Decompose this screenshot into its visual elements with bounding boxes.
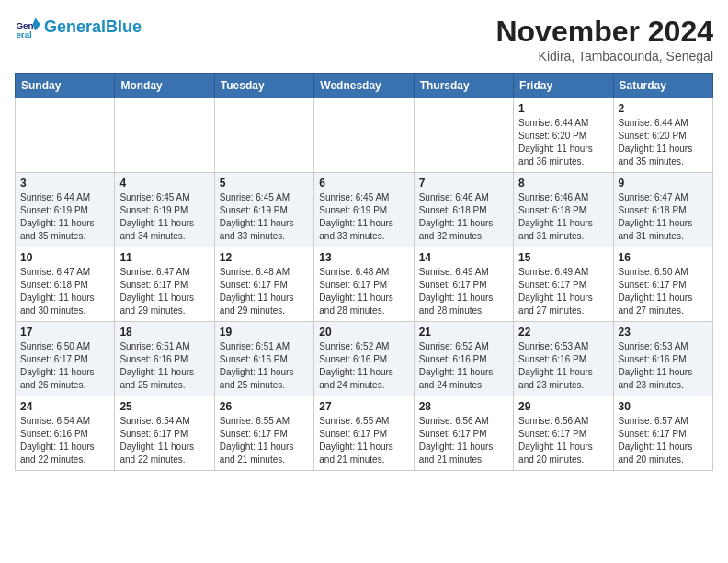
day-info: Sunrise: 6:51 AM Sunset: 6:16 PM Dayligh… [220,340,309,392]
calendar-week-0: 1Sunrise: 6:44 AM Sunset: 6:20 PM Daylig… [16,98,713,173]
day-number: 29 [518,400,608,413]
day-info: Sunrise: 6:57 AM Sunset: 6:17 PM Dayligh… [619,415,708,466]
day-number: 20 [319,326,408,339]
title-block: November 2024 Kidira, Tambacounda, Seneg… [495,15,713,63]
day-number: 22 [518,326,608,339]
day-info: Sunrise: 6:52 AM Sunset: 6:16 PM Dayligh… [419,340,508,392]
calendar-cell [115,98,214,173]
calendar-cell: 21Sunrise: 6:52 AM Sunset: 6:16 PM Dayli… [414,322,513,396]
calendar-cell: 1Sunrise: 6:44 AM Sunset: 6:20 PM Daylig… [514,98,613,173]
day-number: 2 [619,102,708,115]
day-number: 28 [419,400,508,413]
day-number: 18 [119,326,209,339]
calendar-body: 1Sunrise: 6:44 AM Sunset: 6:20 PM Daylig… [16,98,713,471]
day-number: 9 [619,177,708,190]
calendar-cell: 27Sunrise: 6:55 AM Sunset: 6:17 PM Dayli… [314,396,414,471]
logo-general: General [44,17,106,36]
day-number: 14 [419,251,508,264]
day-number: 8 [518,177,608,190]
day-info: Sunrise: 6:53 AM Sunset: 6:16 PM Dayligh… [619,340,708,392]
calendar-cell: 10Sunrise: 6:47 AM Sunset: 6:18 PM Dayli… [16,247,115,322]
calendar-cell: 20Sunrise: 6:52 AM Sunset: 6:16 PM Dayli… [314,322,414,396]
calendar-cell: 8Sunrise: 6:46 AM Sunset: 6:18 PM Daylig… [514,173,613,247]
calendar-cell: 13Sunrise: 6:48 AM Sunset: 6:17 PM Dayli… [314,247,414,322]
day-number: 11 [119,251,209,264]
calendar-week-3: 17Sunrise: 6:50 AM Sunset: 6:17 PM Dayli… [16,322,713,396]
day-info: Sunrise: 6:56 AM Sunset: 6:17 PM Dayligh… [419,415,508,466]
day-info: Sunrise: 6:49 AM Sunset: 6:17 PM Dayligh… [419,266,508,317]
day-info: Sunrise: 6:51 AM Sunset: 6:16 PM Dayligh… [119,340,209,392]
day-number: 1 [518,102,608,115]
day-info: Sunrise: 6:47 AM Sunset: 6:17 PM Dayligh… [119,266,209,317]
day-number: 30 [619,400,708,413]
calendar-cell: 25Sunrise: 6:54 AM Sunset: 6:17 PM Dayli… [115,396,214,471]
day-info: Sunrise: 6:44 AM Sunset: 6:19 PM Dayligh… [20,191,109,243]
weekday-header-monday: Monday [115,74,214,98]
day-info: Sunrise: 6:54 AM Sunset: 6:16 PM Dayligh… [20,415,109,466]
calendar-cell [16,98,115,173]
calendar-cell: 12Sunrise: 6:48 AM Sunset: 6:17 PM Dayli… [214,247,313,322]
calendar-cell [314,98,414,173]
calendar-cell: 4Sunrise: 6:45 AM Sunset: 6:19 PM Daylig… [115,173,214,247]
calendar-cell: 19Sunrise: 6:51 AM Sunset: 6:16 PM Dayli… [214,322,313,396]
calendar-cell: 9Sunrise: 6:47 AM Sunset: 6:18 PM Daylig… [613,173,712,247]
calendar-week-4: 24Sunrise: 6:54 AM Sunset: 6:16 PM Dayli… [16,396,713,471]
calendar-cell: 14Sunrise: 6:49 AM Sunset: 6:17 PM Dayli… [414,247,513,322]
day-number: 13 [319,251,408,264]
calendar-cell: 24Sunrise: 6:54 AM Sunset: 6:16 PM Dayli… [16,396,115,471]
calendar-week-2: 10Sunrise: 6:47 AM Sunset: 6:18 PM Dayli… [16,247,713,322]
logo-icon: Gen eral [15,15,40,40]
calendar-week-1: 3Sunrise: 6:44 AM Sunset: 6:19 PM Daylig… [16,173,713,247]
calendar-cell: 5Sunrise: 6:45 AM Sunset: 6:19 PM Daylig… [214,173,313,247]
calendar-cell: 23Sunrise: 6:53 AM Sunset: 6:16 PM Dayli… [613,322,712,396]
day-number: 23 [619,326,708,339]
day-info: Sunrise: 6:55 AM Sunset: 6:17 PM Dayligh… [220,415,309,466]
day-number: 19 [220,326,309,339]
calendar-cell: 3Sunrise: 6:44 AM Sunset: 6:19 PM Daylig… [16,173,115,247]
day-number: 24 [20,400,109,413]
logo: Gen eral GeneralBlue [15,15,142,40]
calendar-header: SundayMondayTuesdayWednesdayThursdayFrid… [16,74,713,98]
day-info: Sunrise: 6:56 AM Sunset: 6:17 PM Dayligh… [518,415,608,466]
day-info: Sunrise: 6:46 AM Sunset: 6:18 PM Dayligh… [419,191,508,243]
weekday-header-wednesday: Wednesday [314,74,414,98]
weekday-header-sunday: Sunday [16,74,115,98]
calendar-cell: 28Sunrise: 6:56 AM Sunset: 6:17 PM Dayli… [414,396,513,471]
day-number: 12 [220,251,309,264]
calendar-table: SundayMondayTuesdayWednesdayThursdayFrid… [15,73,713,471]
svg-text:eral: eral [16,29,32,40]
day-number: 5 [220,177,309,190]
day-info: Sunrise: 6:55 AM Sunset: 6:17 PM Dayligh… [319,415,408,466]
day-number: 7 [419,177,508,190]
day-info: Sunrise: 6:45 AM Sunset: 6:19 PM Dayligh… [119,191,209,243]
day-info: Sunrise: 6:48 AM Sunset: 6:17 PM Dayligh… [220,266,309,317]
day-info: Sunrise: 6:48 AM Sunset: 6:17 PM Dayligh… [319,266,408,317]
day-info: Sunrise: 6:45 AM Sunset: 6:19 PM Dayligh… [319,191,408,243]
day-info: Sunrise: 6:47 AM Sunset: 6:18 PM Dayligh… [20,266,109,317]
day-number: 16 [619,251,708,264]
weekday-header-tuesday: Tuesday [214,74,313,98]
calendar-cell [414,98,513,173]
day-number: 26 [220,400,309,413]
calendar-cell: 17Sunrise: 6:50 AM Sunset: 6:17 PM Dayli… [16,322,115,396]
day-info: Sunrise: 6:46 AM Sunset: 6:18 PM Dayligh… [518,191,608,243]
calendar-cell: 2Sunrise: 6:44 AM Sunset: 6:20 PM Daylig… [613,98,712,173]
day-info: Sunrise: 6:44 AM Sunset: 6:20 PM Dayligh… [518,117,608,168]
day-info: Sunrise: 6:45 AM Sunset: 6:19 PM Dayligh… [220,191,309,243]
calendar-cell: 30Sunrise: 6:57 AM Sunset: 6:17 PM Dayli… [613,396,712,471]
calendar-cell: 15Sunrise: 6:49 AM Sunset: 6:17 PM Dayli… [514,247,613,322]
logo-text-line1: GeneralBlue [44,18,142,37]
day-info: Sunrise: 6:44 AM Sunset: 6:20 PM Dayligh… [619,117,708,168]
day-number: 21 [419,326,508,339]
weekday-row: SundayMondayTuesdayWednesdayThursdayFrid… [16,74,713,98]
calendar-cell [214,98,313,173]
day-info: Sunrise: 6:53 AM Sunset: 6:16 PM Dayligh… [518,340,608,392]
page-header: Gen eral GeneralBlue November 2024 Kidir… [15,15,713,63]
weekday-header-saturday: Saturday [613,74,712,98]
day-info: Sunrise: 6:50 AM Sunset: 6:17 PM Dayligh… [20,340,109,392]
calendar-cell: 7Sunrise: 6:46 AM Sunset: 6:18 PM Daylig… [414,173,513,247]
calendar-cell: 26Sunrise: 6:55 AM Sunset: 6:17 PM Dayli… [214,396,313,471]
day-number: 10 [20,251,109,264]
day-number: 4 [119,177,209,190]
calendar-cell: 29Sunrise: 6:56 AM Sunset: 6:17 PM Dayli… [514,396,613,471]
